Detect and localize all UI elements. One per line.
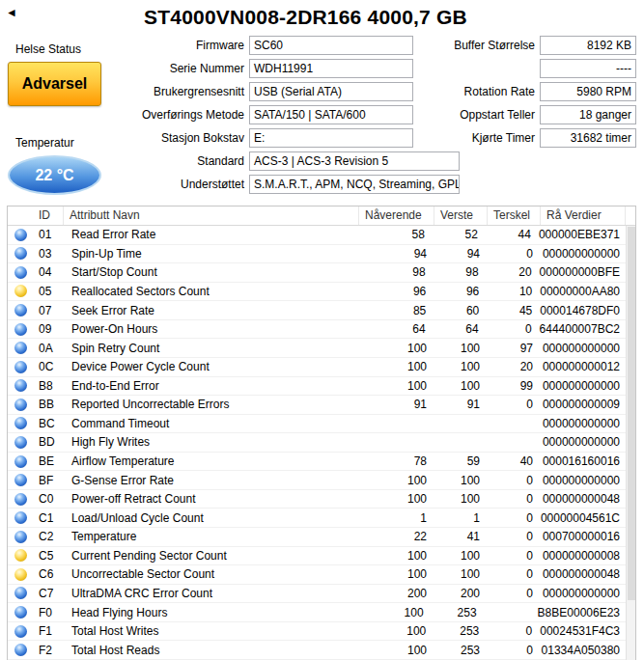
transfer-mode-label: Overførings Metode [33, 105, 244, 124]
status-dot [14, 606, 27, 619]
attr-name: Spin Retry Count [64, 342, 359, 355]
interface-value: USB (Serial ATA) [249, 82, 413, 101]
table-row[interactable]: 01 Read Error Rate 58 52 44 000000EBE371 [8, 226, 635, 245]
status-dot [14, 474, 27, 486]
attr-raw: 000000000008 [541, 549, 626, 563]
attr-id: 04 [33, 265, 64, 279]
serial-number-label: Serie Nummer [33, 59, 244, 78]
attr-threshold: 0 [487, 322, 540, 336]
attr-threshold: 10 [487, 285, 540, 298]
drive-title: ST4000VN008-2DR166 4000,7 GB [0, 6, 611, 29]
serial-number-value: WDH11991 [249, 59, 413, 78]
table-row[interactable]: F0 Head Flying Hours 100 253 B8BE00006E2… [8, 603, 635, 622]
attr-worst: 94 [434, 247, 488, 261]
table-row[interactable]: C7 UltraDMA CRC Error Count 200 200 0 00… [8, 585, 635, 604]
attr-worst: 253 [434, 644, 488, 657]
table-row[interactable]: BE Airflow Temperature 78 59 40 00001616… [8, 453, 635, 472]
rotation-rate-label: Rotation Rate [413, 82, 535, 101]
table-row[interactable]: 0A Spin Retry Count 100 100 97 000000000… [8, 339, 635, 358]
attr-raw: B8BE00006E23 [538, 606, 626, 619]
power-on-hours-value: 31682 timer [540, 128, 636, 148]
status-dot [14, 493, 27, 506]
table-row[interactable]: 0C Device Power Cycle Count 100 100 20 0… [8, 358, 635, 377]
scrollbar-thumb[interactable] [628, 227, 635, 600]
status-dot [14, 323, 27, 336]
attr-worst: 100 [434, 567, 488, 581]
buffer-size-value: 8192 KB [540, 36, 636, 55]
attr-threshold: 40 [488, 454, 541, 468]
attr-worst: 100 [434, 360, 488, 373]
attr-name: Start/Stop Count [64, 265, 358, 279]
attr-id: C0 [33, 492, 64, 506]
status-dot [14, 399, 27, 411]
table-row[interactable]: C0 Power-off Retract Count 100 100 0 000… [8, 490, 635, 509]
attr-raw: 01334A050380 [541, 644, 626, 657]
table-row[interactable]: BF G-Sense Error Rate 100 100 0 00000000… [8, 471, 635, 490]
attr-raw: 000016160016 [541, 454, 626, 468]
attr-current: 64 [358, 322, 434, 336]
attr-name: Uncorrectable Sector Count [64, 567, 359, 581]
table-row[interactable]: C6 Uncorrectable Sector Count 100 100 0 … [8, 565, 635, 585]
attr-current: 91 [359, 398, 434, 411]
attr-name: Total Host Reads [64, 644, 359, 657]
attr-raw: 000000000009 [541, 398, 626, 411]
col-threshold[interactable]: Terskel [488, 206, 541, 225]
col-status[interactable] [8, 206, 33, 225]
attr-current: 100 [359, 342, 434, 355]
col-id[interactable]: ID [33, 206, 64, 225]
attr-raw: 000000000000 [541, 435, 626, 449]
power-on-count-value: 18 ganger [540, 105, 636, 124]
attr-threshold: 45 [487, 304, 540, 317]
table-row[interactable]: 04 Start/Stop Count 98 98 20 000000000BF… [8, 263, 635, 283]
attr-name: Total Host Writes [64, 624, 358, 638]
attr-current: 100 [359, 644, 434, 657]
attr-id: 0A [33, 342, 64, 355]
col-attribute-name[interactable]: Attributt Navn [64, 206, 359, 225]
attr-worst: 96 [434, 285, 487, 298]
table-row[interactable]: 03 Spin-Up Time 94 94 0 000000000000 [8, 245, 635, 264]
attr-threshold: 0 [488, 398, 541, 411]
vertical-scrollbar[interactable] [626, 226, 635, 660]
attr-current: 96 [358, 285, 434, 298]
attr-name: Power-On Hours [64, 322, 358, 336]
col-worst[interactable]: Verste [434, 206, 488, 225]
smart-attribute-table: ID Attributt Navn Nåverende Verste Tersk… [7, 206, 636, 660]
table-row[interactable]: 05 Reallocated Sectors Count 96 96 10 00… [8, 283, 635, 302]
status-dot [14, 285, 27, 297]
table-row[interactable]: C1 Load/Unload Cycle Count 1 1 0 0000000… [8, 509, 635, 528]
drive-letter-label: Stasjon Bokstav [33, 128, 244, 148]
power-on-count-label: Oppstart Teller [413, 105, 535, 124]
attr-raw: 00000000AA80 [540, 285, 626, 298]
attr-threshold: 0 [488, 549, 541, 563]
attr-current: 100 [359, 549, 434, 563]
attr-threshold: 0 [488, 567, 541, 581]
col-current[interactable]: Nåverende [359, 206, 434, 225]
features-label: Understøttet [33, 175, 244, 194]
table-row[interactable]: 07 Seek Error Rate 85 60 45 000014678DF0 [8, 301, 635, 320]
table-row[interactable]: 09 Power-On Hours 64 64 0 644400007BC2 [8, 320, 635, 340]
table-row[interactable]: C2 Temperature 22 41 0 000700000016 [8, 528, 635, 547]
attr-id: 09 [33, 322, 64, 336]
attr-name: Read Error Rate [64, 228, 357, 241]
table-row[interactable]: F2 Total Host Reads 100 253 0 01334A0503… [8, 641, 635, 660]
table-row[interactable]: BB Reported Uncorrectable Errors 91 91 0… [8, 396, 635, 415]
attr-worst: 100 [434, 492, 488, 506]
table-row[interactable]: F1 Total Host Writes 100 253 0 00024531F… [8, 622, 635, 642]
attr-id: F0 [33, 606, 64, 619]
attr-current: 58 [357, 228, 433, 241]
attr-name: Spin-Up Time [64, 247, 359, 261]
attr-current: 100 [359, 492, 434, 506]
table-row[interactable]: C5 Current Pending Sector Count 100 100 … [8, 547, 635, 566]
table-row[interactable]: B8 End-to-End Error 100 100 99 000000000… [8, 377, 635, 397]
status-dot [14, 549, 27, 562]
unknown-value: ---- [540, 59, 636, 78]
attr-name: Load/Unload Cycle Count [64, 511, 359, 525]
status-dot [14, 587, 27, 599]
status-dot [14, 455, 27, 468]
table-row[interactable]: BD High Fly Writes 000000000000 [8, 433, 635, 453]
col-raw-values[interactable]: Rå Verdier [541, 206, 626, 225]
attr-raw: 644400007BC2 [540, 322, 626, 336]
attr-name: Airflow Temperature [64, 454, 359, 468]
drive-letter-value: E: [249, 128, 413, 148]
table-row[interactable]: BC Command Timeout 000000000000 [8, 415, 635, 434]
